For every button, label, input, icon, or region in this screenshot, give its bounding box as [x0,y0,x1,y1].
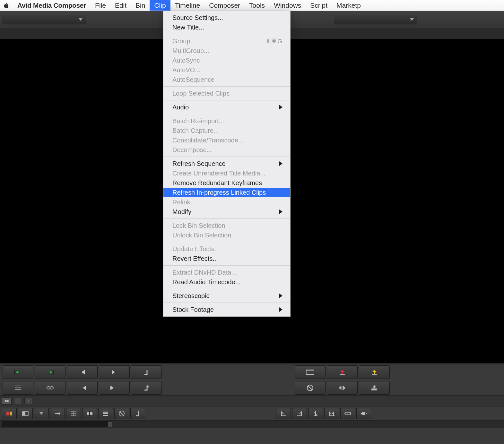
trim-b-button[interactable] [292,408,307,419]
extract-button[interactable] [359,365,390,379]
menu-item-label: Stereoscopic [172,292,210,300]
no-effect-button[interactable] [295,381,326,395]
menu-item-label: Unlock Bin Selection [172,232,231,239]
svg-rect-22 [362,412,365,415]
link-toggle-button[interactable] [35,381,65,395]
record-clip-dropdown[interactable] [334,15,417,24]
clip-menu-item[interactable]: Audio [163,102,290,112]
mark-out-button[interactable] [131,365,162,379]
mark-out-alt-button[interactable] [131,381,162,395]
slide-button[interactable] [356,408,371,419]
clip-menu-item: AutoVO... [163,65,290,75]
submenu-arrow-icon [279,105,282,109]
clip-menu-item[interactable]: Revert Effects... [163,254,290,263]
svg-rect-4 [372,374,377,375]
mark-in-prev-button[interactable] [3,365,33,379]
menu-separator [163,100,290,100]
menu-separator [163,289,290,289]
clip-menu-item: Batch Re-import... [163,116,290,126]
submenu-arrow-icon [279,294,282,298]
trim-roll-button[interactable] [324,408,339,419]
menu-file[interactable]: File [91,0,110,11]
menu-separator [163,265,290,266]
timeline-panel: − + [0,395,504,444]
go-to-cut-button[interactable] [327,381,358,395]
menu-clip[interactable]: Clip [150,0,170,11]
list-view-button[interactable] [3,381,33,395]
clip-menu-item: AutoSync [163,55,290,65]
timeline-tab[interactable] [2,397,12,405]
menu-item-label: Stock Footage [172,306,214,313]
menu-item-label: Audio [172,104,189,111]
step-back-button[interactable] [67,365,98,379]
svg-rect-11 [6,412,9,415]
menu-item-label: Relink... [172,199,196,206]
menu-item-label: MultiGroup... [172,47,209,55]
segment-mode-button[interactable] [2,408,17,419]
slip-button[interactable] [340,408,355,419]
clip-menu-item[interactable]: Modify [163,207,290,217]
menu-windows[interactable]: Windows [269,0,306,11]
clip-menu-item[interactable]: Stereoscopic [163,291,290,301]
mark-clip-button[interactable] [130,408,145,419]
menu-item-label: Create Unrendered Title Media... [172,170,265,177]
frame-fwd-button[interactable] [99,381,130,395]
scrollbar-thumb[interactable] [108,422,112,427]
app-name[interactable]: Avid Media Composer [13,2,91,9]
menu-script[interactable]: Script [306,0,332,11]
menu-separator [163,34,290,34]
clip-menu-item: Group...⇧⌘G [163,36,290,46]
disable-fx-button[interactable] [114,408,129,419]
timeline-scrollbar[interactable] [0,421,504,428]
clip-menu-item[interactable]: Source Settings... [163,13,290,22]
menu-timeline[interactable]: Timeline [170,0,205,11]
clip-menu-item[interactable]: Refresh Sequence [163,159,290,168]
scrollbar-track[interactable] [2,422,108,427]
transport-row-2 [0,380,504,395]
menu-item-label: Group... [172,38,196,45]
step-fwd-button[interactable] [99,365,130,379]
frame-back-button[interactable] [67,381,98,395]
menu-edit[interactable]: Edit [110,0,131,11]
razor-button[interactable] [308,408,323,419]
svg-point-9 [5,400,7,402]
menu-item-label: Refresh Sequence [172,160,226,167]
menu-item-label: AutoVO... [172,66,200,74]
lift-button[interactable] [327,365,358,379]
timeline-remove-button[interactable]: − [14,398,22,404]
menu-tools[interactable]: Tools [245,0,269,11]
grid-toggle-button[interactable] [66,408,81,419]
svg-rect-0 [306,370,314,374]
clip-menu-item[interactable]: Remove Redundant Keyframes [163,178,290,188]
source-clip-dropdown[interactable] [3,15,86,24]
trim-a-button[interactable] [276,408,291,419]
apple-menu-icon[interactable] [0,2,13,9]
mark-in-next-button[interactable] [35,365,65,379]
clip-menu-item: Update Effects... [163,244,290,254]
clip-menu-item[interactable]: Read Audio Timecode... [163,277,290,287]
submenu-arrow-icon [279,161,282,166]
overwrite-button[interactable] [359,381,390,395]
menu-separator [163,303,290,303]
menu-composer[interactable]: Composer [204,0,245,11]
svg-rect-14 [22,412,25,415]
overwrite-mode-button[interactable] [18,408,33,419]
expand-button[interactable] [50,408,65,419]
clip-menu-item[interactable]: Refresh In-progress Linked Clips [163,188,290,197]
insert-segment-button[interactable] [82,408,97,419]
clip-menu-item[interactable]: Stock Footage [163,305,290,314]
svg-rect-2 [306,374,314,375]
clip-menu-item[interactable]: New Title... [163,22,290,32]
filmstrip-button[interactable] [295,365,326,379]
clip-menu-item: Unlock Bin Selection [163,230,290,240]
menu-bin[interactable]: Bin [131,0,150,11]
stack-button[interactable] [98,408,113,419]
menu-item-label: AutoSync [172,57,200,64]
clip-menu-item: MultiGroup... [163,46,290,55]
menu-item-label: Revert Effects... [172,255,218,262]
timeline-add-button[interactable]: + [24,398,32,404]
timeline-view-menu[interactable] [34,408,49,419]
menu-separator [163,157,290,157]
svg-rect-18 [103,413,108,414]
menu-marketp[interactable]: Marketp [332,0,365,11]
